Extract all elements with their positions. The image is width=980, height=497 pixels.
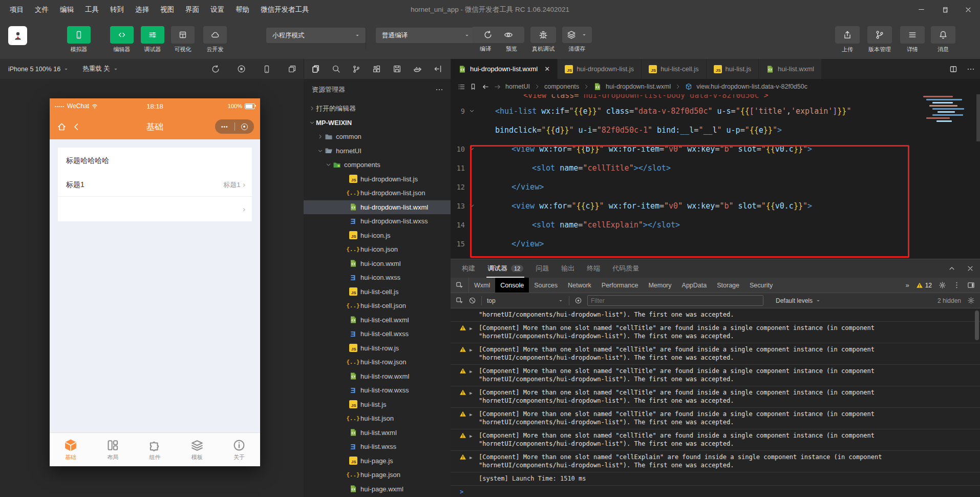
tree-item-hui-page.json[interactable]: {..}hui-page.json xyxy=(304,468,451,482)
clear-cache-button[interactable] xyxy=(567,30,576,39)
clear-console-icon[interactable] xyxy=(468,297,476,304)
tree-item-components[interactable]: components xyxy=(304,158,451,172)
saveall-icon[interactable] xyxy=(393,65,401,73)
windows-icon[interactable] xyxy=(288,65,296,74)
panel-tab-终端[interactable]: 终端 xyxy=(581,259,606,278)
menu-item-设置[interactable]: 设置 xyxy=(205,0,230,19)
tabbar-item-关于[interactable]: 关于 xyxy=(218,433,260,466)
menu-item-界面[interactable]: 界面 xyxy=(180,0,205,19)
tree-item-hornetUI[interactable]: hornetUI xyxy=(304,144,451,158)
record-icon[interactable] xyxy=(237,65,246,74)
tab-hui-dropdown-list.js[interactable]: JShui-dropdown-list.js xyxy=(558,59,642,79)
expand-arrow-icon[interactable]: ▶ xyxy=(470,432,472,440)
toolbar-button-版本管理[interactable]: 版本管理 xyxy=(867,26,892,53)
console-scrollbar[interactable] xyxy=(975,310,979,340)
more-actions-icon[interactable] xyxy=(967,65,975,73)
expand-arrow-icon[interactable]: ▶ xyxy=(470,324,472,333)
toolbar-button-详情[interactable]: 详情 xyxy=(900,26,925,53)
devtools-tab-Security[interactable]: Security xyxy=(744,278,778,293)
docker-icon[interactable] xyxy=(413,65,422,73)
tree-item-MP-WEIXIN[interactable]: MP-WEIXIN xyxy=(304,116,451,130)
tabbar-item-组件[interactable]: 组件 xyxy=(134,433,176,466)
dock-side-icon[interactable] xyxy=(967,281,975,289)
panel-tab-输出[interactable]: 输出 xyxy=(555,259,581,278)
tree-item-hui-page.js[interactable]: JShui-page.js xyxy=(304,454,451,468)
tree-item-hui-dropdown-list.wxss[interactable]: Ǝhui-dropdown-list.wxss xyxy=(304,214,451,228)
tabbar-item-基础[interactable]: 基础 xyxy=(50,433,92,466)
more-tabs-icon[interactable]: » xyxy=(905,281,909,289)
tabbar-item-布局[interactable]: 布局 xyxy=(92,433,134,466)
tabbar-item-模板[interactable]: 模板 xyxy=(176,433,218,466)
toolbar-button-消息[interactable]: 消息 xyxy=(931,26,955,53)
extensions-icon[interactable] xyxy=(372,65,381,73)
capsule-close-button[interactable] xyxy=(235,123,254,130)
expand-arrow-icon[interactable]: ▶ xyxy=(470,389,472,397)
tree-item-common[interactable]: common xyxy=(304,130,451,143)
panel-tab-问题[interactable]: 问题 xyxy=(529,259,555,278)
panel-tab-调试器[interactable]: 调试器12 xyxy=(481,259,529,278)
tree-item-hui-list.wxml[interactable]: hui-list.wxml xyxy=(304,426,451,440)
menu-item-文件[interactable]: 文件 xyxy=(29,0,54,19)
console-warning[interactable]: ▶[Component] More than one slot named "c… xyxy=(451,322,980,343)
panel-tab-构建[interactable]: 构建 xyxy=(456,259,481,278)
close-panel-icon[interactable] xyxy=(967,265,974,272)
toolbar-button-云开发[interactable]: 云开发 xyxy=(203,26,227,53)
tab-close-icon[interactable]: ✕ xyxy=(544,65,550,73)
tab-hui-list.js[interactable]: JShui-list.js xyxy=(707,59,759,79)
tree-item-hui-list.js[interactable]: JShui-list.js xyxy=(304,398,451,411)
breadcrumb-segment[interactable]: hui-dropdown-list.wxml xyxy=(606,83,671,90)
expand-arrow-icon[interactable]: ▶ xyxy=(470,410,472,419)
console-warning[interactable]: ▶[Component] More than one slot named "c… xyxy=(451,429,980,451)
toolbar-button-调试器[interactable]: 调试器 xyxy=(141,26,164,53)
eye-icon[interactable] xyxy=(574,297,582,304)
code-area[interactable]: <view class="hui-dropdown-list-body data… xyxy=(451,94,980,259)
inspect-icon[interactable] xyxy=(456,297,463,304)
menu-item-选择[interactable]: 选择 xyxy=(130,0,155,19)
tree-item-hui-list-cell.js[interactable]: JShui-list-cell.js xyxy=(304,285,451,299)
devtools-tab-Memory[interactable]: Memory xyxy=(643,278,676,293)
menu-item-项目[interactable]: 项目 xyxy=(4,0,29,19)
search-icon[interactable] xyxy=(332,65,340,73)
tree-item-hui-list-cell.json[interactable]: {..}hui-list-cell.json xyxy=(304,299,451,313)
panel-tab-代码质量[interactable]: 代码质量 xyxy=(606,259,645,278)
files-icon[interactable] xyxy=(311,65,320,73)
console-warning[interactable]: ▶[Component] More than one slot named "c… xyxy=(451,451,980,472)
minimize-button[interactable] xyxy=(909,0,933,19)
tree-item-hui-list-row.js[interactable]: JShui-list-row.js xyxy=(304,341,451,355)
tree-item-hui-icon.wxss[interactable]: Ǝhui-icon.wxss xyxy=(304,271,451,284)
menu-item-视图[interactable]: 视图 xyxy=(155,0,180,19)
expand-arrow-icon[interactable]: ▶ xyxy=(470,346,472,354)
tree-item-hui-dropdown-list.js[interactable]: JShui-dropdown-list.js xyxy=(304,172,451,186)
devtools-tab-Network[interactable]: Network xyxy=(563,278,596,293)
menu-item-转到[interactable]: 转到 xyxy=(104,0,130,19)
context-select[interactable]: top xyxy=(487,297,564,304)
log-levels-select[interactable]: Default levels xyxy=(776,297,821,304)
breadcrumb-segment[interactable]: hornetUI xyxy=(505,83,530,90)
list-row-1[interactable]: 标题1 标题1 › xyxy=(58,173,252,197)
console-warning[interactable]: ▶[Component] More than one slot named "c… xyxy=(451,386,980,408)
console-warning[interactable]: ▶[Component] More than one slot named "c… xyxy=(451,365,980,386)
tab-hui-list.wxml[interactable]: hui-list.wxml xyxy=(759,59,822,79)
expand-arrow-icon[interactable]: ▶ xyxy=(470,367,472,376)
expand-arrow-icon[interactable]: ▶ xyxy=(470,453,472,462)
settings-icon[interactable] xyxy=(939,281,946,289)
devtools-tab-Wxml[interactable]: Wxml xyxy=(469,278,495,293)
list-row-2[interactable]: › xyxy=(58,197,252,221)
inspect-element-icon[interactable] xyxy=(451,278,469,293)
compile-button[interactable] xyxy=(483,30,493,39)
device-select[interactable]: iPhone 5 100% 16 xyxy=(8,66,69,73)
breadcrumb-segment[interactable]: components xyxy=(544,83,579,90)
tree-item-hui-icon.js[interactable]: JShui-icon.js xyxy=(304,229,451,242)
nav-forward-icon[interactable] xyxy=(494,83,501,91)
kebab-menu-icon[interactable] xyxy=(953,281,961,289)
bookmark-icon[interactable] xyxy=(470,83,477,90)
split-editor-icon[interactable] xyxy=(949,65,957,73)
close-button[interactable] xyxy=(956,0,980,19)
explorer-more-icon[interactable] xyxy=(435,86,443,94)
devtools-tab-Console[interactable]: Console xyxy=(495,278,529,293)
hot-reload-toggle[interactable]: 热重载 关 xyxy=(82,65,118,73)
tree-item-hui-page.wxml[interactable]: hui-page.wxml xyxy=(304,482,451,496)
breadcrumb-segment[interactable]: view.hui-dropdown-list.data-v-82f0d50c xyxy=(696,83,807,90)
preview-button[interactable] xyxy=(504,30,513,39)
devtools-tab-Storage[interactable]: Storage xyxy=(712,278,744,293)
